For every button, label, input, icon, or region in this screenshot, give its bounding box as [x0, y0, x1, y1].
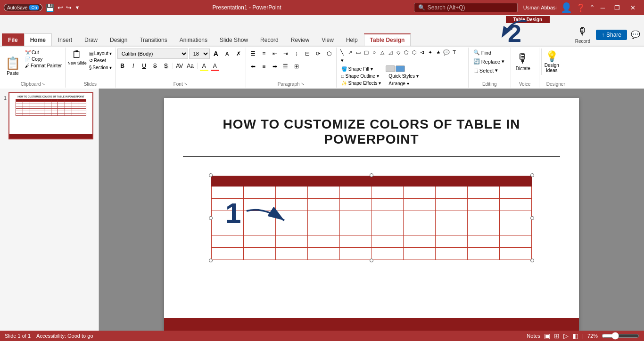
handle-bl[interactable] [209, 259, 213, 262]
table-row[interactable] [212, 248, 532, 260]
handle-br[interactable] [530, 259, 534, 262]
handle-mr[interactable] [530, 216, 534, 220]
table-cell[interactable] [468, 176, 500, 187]
layout-button[interactable]: ▤ Layout ▾ [88, 50, 113, 57]
replace-button[interactable]: 🔄 Replace ▾ [471, 57, 507, 65]
columns-button[interactable]: ⊟ [302, 49, 313, 59]
font-grow-button[interactable]: A [211, 49, 221, 59]
reset-button[interactable]: ↺ Reset [88, 57, 113, 64]
design-ideas-button[interactable]: 💡 DesignIdeas [541, 49, 562, 75]
tab-file[interactable]: File [2, 33, 24, 46]
tab-animations[interactable]: Animations [173, 33, 214, 46]
table-cell[interactable] [212, 176, 244, 187]
font-expand-icon[interactable]: ↘ [184, 81, 188, 86]
align-right-button[interactable]: ➡ [270, 61, 280, 72]
bullets-button[interactable]: ☰ [248, 49, 258, 59]
object-position-button[interactable]: ⊞ [291, 61, 302, 72]
table-cell[interactable] [372, 176, 404, 187]
quick-styles-button[interactable]: Quick Styles ▾ [386, 73, 421, 80]
shape-pentagon[interactable]: ⬠ [403, 49, 410, 56]
table-header-row[interactable] [212, 176, 532, 187]
user-avatar[interactable]: 👤 [561, 2, 572, 13]
tab-insert[interactable]: Insert [52, 33, 78, 46]
cut-button[interactable]: ✂️ Cut [24, 49, 63, 56]
restore-button[interactable]: ❐ [611, 3, 624, 12]
bold-button[interactable]: B [117, 61, 128, 71]
shape-star5[interactable]: ★ [435, 49, 442, 56]
font-color-button[interactable]: A [210, 61, 220, 71]
clear-format-button[interactable]: ✗ [233, 49, 244, 59]
section-button[interactable]: § Section ▾ [88, 65, 113, 71]
ribbon-collapse-icon[interactable]: ⌃ [589, 4, 595, 11]
dictate-button[interactable]: 🎙 Dictate [513, 49, 533, 73]
shape-hexagon[interactable]: ⬡ [411, 49, 418, 56]
table-cell[interactable] [404, 176, 436, 187]
table-row[interactable] [212, 235, 532, 248]
quick-style-1[interactable] [386, 65, 395, 72]
zoom-slider[interactable] [602, 332, 639, 340]
tab-draw[interactable]: Draw [78, 33, 104, 46]
share-button[interactable]: ↑ Share [596, 30, 627, 40]
decrease-indent-button[interactable]: ⇤ [270, 49, 280, 59]
shape-rrect[interactable]: ▢ [363, 49, 370, 56]
autosave-toggle[interactable]: AutoSave On [4, 4, 42, 11]
quick-style-2[interactable] [396, 65, 405, 72]
char-spacing-button[interactable]: AV [174, 61, 185, 71]
table-cell[interactable] [339, 176, 372, 187]
table-cell[interactable] [212, 187, 244, 199]
align-center-button[interactable]: ≡ [259, 61, 269, 72]
search-bar[interactable]: 🔍 [414, 3, 518, 12]
record-button[interactable]: 🎙 Record [571, 24, 594, 46]
paste-button[interactable]: 📋 Paste [3, 49, 23, 78]
find-button[interactable]: 🔍 Find [471, 49, 494, 57]
shape-line[interactable]: ╲ [339, 49, 346, 56]
align-left-button[interactable]: ⬅ [248, 61, 258, 72]
new-slide-button[interactable]: 🗒 New Slide [67, 49, 87, 65]
arrange-button[interactable]: Arrange ▾ [386, 80, 421, 87]
strikethrough-button[interactable]: S [150, 61, 160, 71]
close-button[interactable]: ✕ [626, 3, 640, 12]
shape-outline-button[interactable]: □ Shape Outline ▾ [339, 73, 384, 80]
tab-slideshow[interactable]: Slide Show [214, 33, 254, 46]
select-button[interactable]: ⬚ Select ▾ [471, 66, 501, 74]
slide-table-container[interactable]: 1 [211, 176, 532, 260]
shape-triangle[interactable]: △ [379, 49, 386, 56]
shape-right-triangle[interactable]: ◿ [387, 49, 394, 56]
font-size-selector[interactable]: 18 [189, 49, 210, 59]
tab-view[interactable]: View [315, 33, 340, 46]
font-family-selector[interactable]: Calibri (Body) [117, 49, 188, 59]
highlight-color-button[interactable]: A [199, 61, 209, 71]
view-reading-icon[interactable]: ▷ [563, 332, 569, 340]
italic-button[interactable]: I [128, 61, 139, 71]
handle-tl[interactable] [209, 173, 213, 177]
handle-tr[interactable] [530, 173, 534, 177]
tab-home[interactable]: Home [24, 33, 52, 46]
slide-main[interactable]: HOW TO CUSTOMIZE COLORS OF TABLE IN POWE… [164, 98, 579, 331]
convert-smartart-button[interactable]: ⬡ [324, 49, 334, 59]
shape-more[interactable]: ▾ [339, 57, 346, 64]
table-cell[interactable] [212, 248, 244, 260]
undo-icon[interactable]: ↩ [58, 4, 63, 11]
table-cell[interactable] [275, 176, 307, 187]
table-cell[interactable] [436, 176, 468, 187]
notes-button[interactable]: Notes [527, 333, 540, 339]
line-spacing-button[interactable]: ↕ [291, 49, 302, 59]
slide-thumbnail-1[interactable]: HOW TO CUSTOMIZE COLORS OF TABLE IN POWE… [8, 92, 93, 139]
shape-fill-button[interactable]: 🪣 Shape Fill ▾ [339, 65, 384, 73]
handle-tc[interactable] [370, 173, 373, 177]
format-painter-button[interactable]: 🖌 Format Painter [24, 63, 63, 69]
shape-star4[interactable]: ✦ [427, 49, 434, 56]
clipboard-expand-icon[interactable]: ↘ [41, 81, 45, 86]
accessibility-info[interactable]: Accessibility: Good to go [36, 333, 93, 339]
tab-tabledesign[interactable]: Table Design [364, 33, 411, 46]
shape-effects-button[interactable]: ✨ Shape Effects ▾ [339, 80, 384, 87]
tab-help[interactable]: Help [340, 33, 364, 46]
shape-chevron[interactable]: ⊲ [419, 49, 426, 56]
tab-transitions[interactable]: Transitions [133, 33, 173, 46]
save-icon[interactable]: 💾 [45, 3, 55, 12]
paragraph-expand-icon[interactable]: ↘ [301, 81, 305, 86]
tab-review[interactable]: Review [285, 33, 315, 46]
shape-arrow-line[interactable]: ↗ [347, 49, 354, 56]
view-presenter-icon[interactable]: ◧ [572, 332, 578, 340]
table-cell[interactable] [243, 176, 275, 187]
